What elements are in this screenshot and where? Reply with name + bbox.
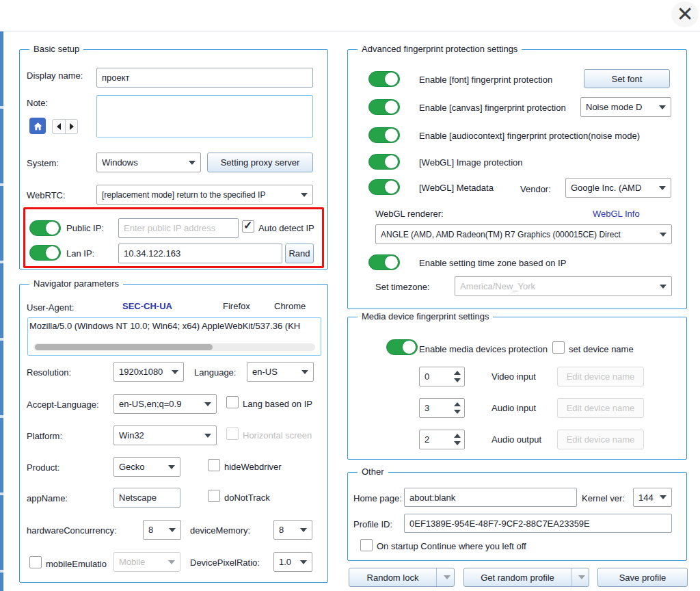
product-select[interactable]: Gecko (113, 457, 180, 477)
on-startup-checkbox[interactable] (360, 539, 373, 551)
hardware-concurrency-value: 8 (148, 525, 165, 535)
timezone-toggle-label: Enable setting time zone based on IP (419, 258, 566, 268)
audio-output-spinner[interactable]: 2 (419, 430, 465, 449)
random-lock-button[interactable]: Random lock (349, 568, 455, 587)
set-timezone-value: America/New_York (460, 281, 656, 291)
random-lock-dropdown[interactable] (436, 568, 454, 586)
display-name-input[interactable] (96, 68, 313, 88)
profile-id-input[interactable] (404, 514, 672, 533)
hardware-concurrency-select[interactable]: 8 (143, 520, 181, 540)
platform-select[interactable]: Win32 (113, 425, 217, 445)
other-title: Other (358, 467, 388, 477)
edit-audio-input-device-label: Edit device name (567, 403, 635, 413)
rand-button[interactable]: Rand (285, 244, 314, 263)
toggle-knob (384, 255, 399, 270)
webgl-renderer-select[interactable]: ANGLE (AMD, AMD Radeon(TM) R7 Graphics (… (375, 224, 672, 244)
media-device-title: Media device fingerprint settings (358, 311, 493, 321)
arrow-up-icon (454, 434, 461, 438)
accept-language-select[interactable]: en-US,en;q=0.9 (113, 394, 217, 414)
resolution-select[interactable]: 1920x1080 (113, 362, 184, 382)
webgl-image-label: [WebGL] Image protection (419, 157, 523, 168)
webrtc-select[interactable]: [replacement mode] return to the specifi… (96, 185, 313, 205)
firefox-link[interactable]: Firefox (223, 301, 250, 311)
do-not-track-checkbox[interactable] (208, 490, 220, 502)
webgl-image-toggle[interactable] (368, 154, 400, 170)
close-button[interactable]: ✕ (671, 1, 699, 27)
vendor-select[interactable]: Google Inc. (AMD (565, 178, 671, 198)
arrow-left-icon (57, 123, 61, 130)
media-devices-toggle[interactable] (386, 339, 418, 355)
spinner-arrows[interactable] (450, 399, 464, 417)
canvas-protection-toggle[interactable] (368, 99, 400, 115)
home-icon (33, 121, 43, 131)
home-page-input[interactable] (404, 488, 577, 507)
side-tab-strip[interactable] (0, 31, 3, 591)
save-profile-button[interactable]: Save profile (597, 568, 688, 587)
lang-based-on-ip-checkbox[interactable] (226, 396, 239, 408)
horizontal-scrollbar[interactable] (33, 343, 315, 351)
noise-mode-select[interactable]: Noise mode D (580, 97, 671, 117)
next-button[interactable] (65, 120, 77, 133)
edit-audio-input-device-button: Edit device name (557, 398, 644, 418)
spinner-arrows[interactable] (450, 430, 464, 449)
language-value: en-US (252, 367, 298, 377)
public-ip-toggle[interactable] (29, 220, 61, 236)
setting-proxy-server-button[interactable]: Setting proxy server (207, 153, 313, 172)
on-startup-label: On startup Continue where you left off (377, 541, 526, 551)
appname-label: appName: (27, 493, 68, 503)
set-device-name-checkbox[interactable] (552, 341, 565, 354)
user-agent-label: User-Agent: (27, 302, 74, 313)
basic-setup-title: Basic setup (29, 44, 83, 54)
chrome-link[interactable]: Chrome (274, 301, 306, 311)
note-label: Note: (27, 98, 48, 108)
user-agent-box[interactable]: Mozilla/5.0 (Windows NT 10.0; Win64; x64… (27, 317, 321, 356)
lan-ip-toggle[interactable] (29, 245, 61, 261)
audio-input-count: 3 (420, 399, 450, 417)
title-bar: ✕ (0, 0, 700, 31)
get-random-profile-button[interactable]: Get random profile (463, 568, 589, 587)
webrtc-label: WebRTC: (27, 190, 66, 200)
auto-detect-ip-checkbox[interactable]: ✓ (242, 220, 254, 233)
chevron-down-icon (444, 575, 450, 579)
resolution-label: Resolution: (27, 367, 71, 378)
note-textarea[interactable] (96, 95, 313, 137)
appname-input[interactable] (113, 488, 180, 508)
device-memory-select[interactable]: 8 (273, 520, 312, 540)
home-page-label: Home page: (353, 493, 402, 503)
language-select[interactable]: en-US (247, 362, 314, 382)
lan-ip-input[interactable] (118, 244, 282, 263)
device-pixel-ratio-value: 1.0 (279, 557, 297, 567)
audiocontext-protection-toggle[interactable] (368, 127, 400, 143)
get-random-profile-dropdown[interactable] (571, 568, 589, 586)
chevron-down-icon (189, 161, 196, 165)
toggle-knob (402, 340, 416, 354)
set-font-button[interactable]: Set font (584, 69, 670, 88)
hide-webdriver-checkbox[interactable] (208, 459, 220, 471)
device-memory-value: 8 (279, 525, 297, 535)
scrollbar-thumb[interactable] (35, 344, 213, 350)
noise-mode-value: Noise mode D (586, 102, 656, 112)
home-button[interactable] (29, 118, 46, 134)
webgl-metadata-toggle[interactable] (368, 179, 400, 195)
chevron-down-icon (660, 495, 667, 499)
chevron-down-icon (660, 285, 667, 289)
mobile-emulation-checkbox[interactable] (29, 556, 42, 568)
device-pixel-ratio-select[interactable]: 1.0 (273, 552, 312, 572)
prev-button[interactable] (53, 120, 65, 133)
chevron-down-icon (204, 402, 211, 406)
audio-input-spinner[interactable]: 3 (419, 398, 465, 418)
kernel-ver-select[interactable]: 144 (633, 488, 672, 507)
spinner-arrows[interactable] (450, 367, 464, 386)
lang-based-on-ip-label: Lang based on IP (243, 399, 312, 409)
sec-ch-ua-link[interactable]: SEC-CH-UA (122, 301, 172, 311)
public-ip-input[interactable] (118, 218, 239, 238)
system-select[interactable]: Windows (96, 153, 201, 172)
horizontal-screen-label: Horizontal screen (243, 430, 312, 441)
mobile-emulation-select: Mobile (113, 552, 180, 572)
font-protection-toggle[interactable] (368, 71, 400, 87)
timezone-toggle[interactable] (368, 254, 400, 270)
video-input-spinner[interactable]: 0 (419, 367, 465, 386)
accept-language-label: Accept-Language: (27, 399, 99, 410)
webgl-info-link[interactable]: WebGL Info (593, 209, 640, 219)
toggle-knob (384, 72, 399, 86)
